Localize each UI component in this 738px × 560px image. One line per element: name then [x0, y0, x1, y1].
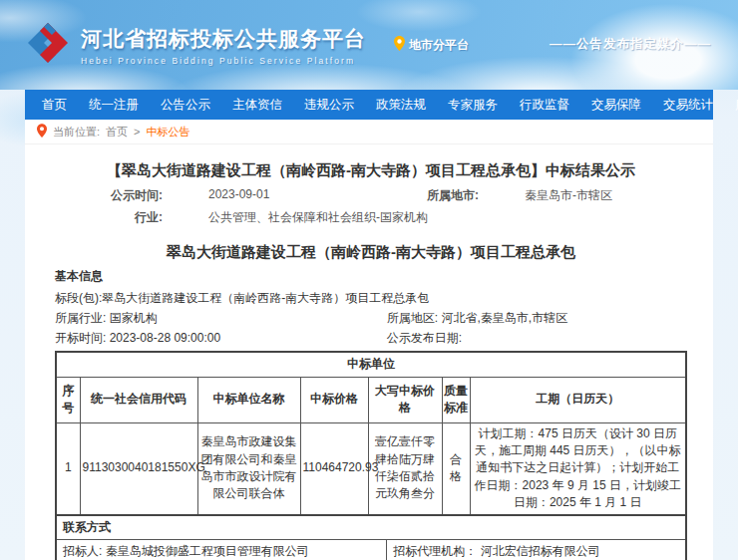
tenderer-cell: 招标人: 秦皇岛城投御盛工程项目管理有限公司 [56, 539, 387, 560]
nav-item-entity-credit[interactable]: 主体资信 [221, 97, 293, 114]
contact-row: 招标人: 秦皇岛城投御盛工程项目管理有限公司 招标代理机构： 河北宏信招标有限公… [56, 539, 686, 560]
nav-item-announcements[interactable]: 公告公示 [150, 97, 221, 114]
col-header-duration: 工期（日历天） [470, 377, 686, 422]
nav-item-policies[interactable]: 政策法规 [365, 97, 437, 114]
project-title: 翠岛大街道路建设工程（南岭西路-南大寺路）项目工程总承包 [55, 241, 687, 262]
cell-price: 110464720.93 [300, 422, 368, 514]
col-header-seq: 序号 [56, 377, 80, 422]
breadcrumb-home-link[interactable]: 首页 [106, 125, 128, 140]
col-header-winner-name: 中标单位名称 [197, 377, 300, 422]
breadcrumb-separator: > [134, 126, 140, 138]
city-subplatform-link[interactable]: 地市分平台 [394, 36, 469, 54]
designated-media-note: ——公告发布指定媒介—— [550, 36, 711, 53]
breadcrumb-pin-icon [37, 124, 47, 140]
basic-info-heading: 基本信息 [55, 268, 687, 285]
logo-icon [25, 20, 71, 70]
col-header-price: 中标价格 [300, 377, 368, 422]
nav-item-register[interactable]: 统一注册 [78, 97, 150, 114]
cell-quality: 合格 [442, 422, 470, 514]
cell-credit-code: 9113030040181550XG [80, 422, 197, 514]
col-header-price-capital: 大写中标价格 [368, 377, 442, 422]
breadcrumb: 当前位置: 首页 > 中标公告 [25, 120, 713, 144]
winner-section-heading: 中标单位 [56, 352, 686, 377]
publish-time-value: 2023-09-01 [208, 187, 269, 204]
cell-winner-name: 秦皇岛市政建设集团有限公司和秦皇岛市市政设计院有限公司联合体 [197, 422, 300, 514]
breadcrumb-location-label: 当前位置: [53, 125, 100, 140]
site-header: 河北省招标投标公共服务平台 Hebei Province Bidding Pub… [0, 0, 738, 90]
nav-item-admin-supervision[interactable]: 行政监督 [509, 97, 580, 114]
col-header-credit-code: 统一社会信用代码 [80, 377, 197, 422]
cell-duration: 计划工期：475 日历天（设计 30 日历天，施工周期 445 日历天），（以中… [470, 422, 686, 514]
site-subtitle: Hebei Province Bidding Public Service Pl… [81, 56, 366, 66]
logo-link[interactable]: 河北省招标投标公共服务平台 Hebei Province Bidding Pub… [25, 20, 366, 70]
winner-table: 中标单位 序号 统一社会信用代码 中标单位名称 中标价格 大写中标价格 质量标准… [55, 351, 687, 515]
breadcrumb-current[interactable]: 中标公告 [147, 125, 190, 140]
city-subplatform-label: 地市分平台 [409, 37, 469, 54]
section-package-line: 标段(包):翠岛大街道路建设工程（南岭西路-南大寺路）项目工程总承包 [55, 289, 687, 309]
main-nav: 首页 统一注册 公告公示 主体资信 违规公示 政策法规 专家服务 行政监督 交易… [25, 90, 713, 120]
main-content: 【翠岛大街道路建设工程（南岭西路-南大寺路）项目工程总承包】中标结果公示 公示时… [25, 144, 713, 560]
publish-time-label: 公示时间: [55, 187, 163, 204]
site-title: 河北省招标投标公共服务平台 [81, 25, 366, 53]
announcement-title: 【翠岛大街道路建设工程（南岭西路-南大寺路）项目工程总承包】中标结果公示 [55, 159, 687, 180]
agency-cell: 招标代理机构： 河北宏信招标有限公司 [387, 539, 686, 560]
col-header-quality: 质量标准 [442, 377, 470, 422]
nav-item-service-center[interactable]: 服务中心 [724, 97, 738, 114]
nav-item-expert-services[interactable]: 专家服务 [437, 97, 509, 114]
city-label: 所属地市: [371, 187, 479, 204]
nav-item-transaction-guarantee[interactable]: 交易保障 [580, 97, 652, 114]
contact-table: 联系方式 招标人: 秦皇岛城投御盛工程项目管理有限公司 招标代理机构： 河北宏信… [55, 514, 687, 560]
city-value: 秦皇岛市-市辖区 [525, 187, 612, 204]
winner-table-header-row: 序号 统一社会信用代码 中标单位名称 中标价格 大写中标价格 质量标准 工期（日… [56, 377, 686, 422]
nav-item-transaction-stats[interactable]: 交易统计 [652, 97, 724, 114]
project-industry-line: 所属行业: 国家机构 [55, 309, 387, 329]
publish-date-line: 公示发布日期: [387, 329, 687, 349]
location-pin-icon [394, 36, 405, 54]
bid-open-time-line: 开标时间: 2023-08-28 09:00:00 [55, 329, 387, 349]
contact-section-heading: 联系方式 [56, 515, 686, 540]
nav-item-home[interactable]: 首页 [31, 97, 78, 114]
project-region-line: 所属地区: 河北省,秦皇岛市,市辖区 [387, 309, 687, 329]
winner-table-row: 1 9113030040181550XG 秦皇岛市政建设集团有限公司和秦皇岛市市… [56, 422, 686, 514]
cell-seq: 1 [56, 422, 80, 514]
cell-price-capital: 壹亿壹仟零肆拾陆万肆仟柒佰贰拾元玖角叁分 [368, 422, 442, 514]
industry-value: 公共管理、社会保障和社会组织-国家机构 [208, 209, 428, 226]
industry-label: 行业: [55, 209, 163, 226]
nav-item-violations[interactable]: 违规公示 [293, 97, 365, 114]
